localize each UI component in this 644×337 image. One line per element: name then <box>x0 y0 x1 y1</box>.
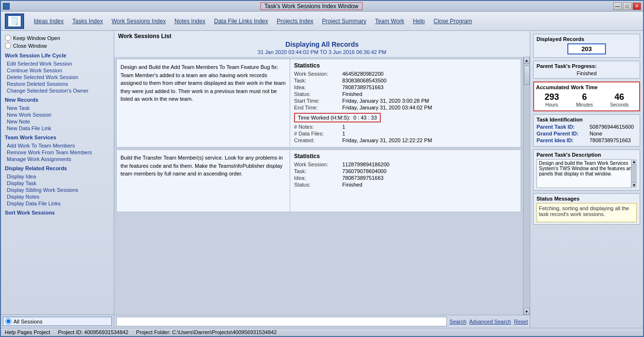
scroll-up-button[interactable]: ▲ <box>523 57 530 64</box>
stats-label-start1: Start Time: <box>294 98 342 104</box>
section-title-display-related: Display Related Records <box>5 165 110 171</box>
parent-progress-section: Parent Task's Progress: Finished <box>533 61 640 79</box>
close-window-radio[interactable] <box>5 42 11 49</box>
record-description-1: Design and Build the Add Team Members To… <box>117 59 290 147</box>
sidebar-change-session-owner[interactable]: Change Selected Session's Owner <box>5 87 110 94</box>
sidebar-scroll: Keep Window Open Close Window Work Sessi… <box>1 31 114 314</box>
stats-label-ws1: Work Session: <box>294 71 342 77</box>
title-bar-controls: — □ ✕ <box>613 2 641 10</box>
sidebar-new-task[interactable]: New Task <box>5 105 110 111</box>
sidebar-new-work-session[interactable]: New Work Session <box>5 111 110 118</box>
menu-help[interactable]: Help <box>409 17 429 26</box>
parent-idea-value: 78087389751663 <box>590 137 631 143</box>
sidebar-display-data-file-links[interactable]: Display Data File Links <box>5 200 110 207</box>
records-area: Design and Build the Add Team Members To… <box>114 57 530 315</box>
grand-parent-value: None <box>590 131 602 136</box>
stats-start-1: Start Time: Friday, January 31, 2020 3:0… <box>294 98 517 104</box>
sidebar-display-task[interactable]: Display Task <box>5 180 110 187</box>
sidebar-manage-work-assignments[interactable]: Manage Work Assignments <box>5 156 110 162</box>
maximize-button[interactable]: □ <box>623 2 631 10</box>
keep-window-open-option[interactable]: Keep Window Open <box>5 35 110 41</box>
app-icon <box>3 3 10 10</box>
minimize-button[interactable]: — <box>613 2 622 10</box>
menu-data-file-links-index[interactable]: Data File Links Index <box>210 17 272 26</box>
status-project-folder: Project Folder: C:\Users\Darren\Projects… <box>136 329 277 335</box>
menu-team-work[interactable]: Team Work <box>371 17 408 26</box>
sidebar-display-idea[interactable]: Display Idea <box>5 173 110 180</box>
close-button[interactable]: ✕ <box>632 2 641 10</box>
sort-all-label: All Sessions <box>13 319 42 324</box>
desc-scroll-up[interactable]: ▲ <box>631 159 637 165</box>
sidebar-display-sibling-work-sessions[interactable]: Display Sibling Work Sessions <box>5 187 110 193</box>
sidebar: Keep Window Open Close Window Work Sessi… <box>1 31 114 328</box>
stats-status-2: Status: Finished <box>294 182 517 188</box>
scroll-track[interactable] <box>523 64 530 308</box>
stats-value-task2: 736079078604000 <box>342 168 387 174</box>
stats-work-session-1: Work Session: 46458280982200 <box>294 71 517 77</box>
reset-button[interactable]: Reset <box>514 319 528 324</box>
sidebar-edit-work-session[interactable]: Edit Selected Work Session <box>5 60 110 67</box>
stats-datafiles-1: # Data Files: 1 <box>294 131 517 136</box>
keep-window-radio[interactable] <box>5 35 11 41</box>
sidebar-delete-work-session[interactable]: Delete Selected Work Session <box>5 74 110 81</box>
sort-all-sessions[interactable]: All Sessions <box>3 317 112 326</box>
stats-value-notes1: 1 <box>342 124 345 130</box>
desc-scrollbar[interactable]: ▲ ▼ <box>631 159 637 188</box>
parent-idea-label: Parent Idea ID: <box>537 137 590 143</box>
sidebar-restore-deleted-sessions[interactable]: Restore Deleted Sessions <box>5 81 110 87</box>
status-bar: Help Pages Project Project ID: 40095693​… <box>1 328 643 336</box>
parent-desc-textarea[interactable] <box>537 159 637 188</box>
stats-value-task1: 830838068543500 <box>342 78 387 83</box>
stats-label-end1: End Time: <box>294 105 342 110</box>
section-title-sort: Sort Work Sessions <box>5 210 110 216</box>
menu-tasks-index[interactable]: Tasks Index <box>68 17 107 26</box>
records-list[interactable]: Design and Build the Add Team Members To… <box>114 57 523 315</box>
menu-ideas-index[interactable]: Ideas Index <box>30 17 67 26</box>
acc-seconds: 46 Seconds <box>610 92 629 108</box>
record-card-2[interactable]: Build the Transfer Team Member(s) servic… <box>116 149 521 212</box>
menu-project-summary[interactable]: Project Summary <box>318 17 370 26</box>
window-options: Keep Window Open Close Window <box>5 35 110 49</box>
search-button[interactable]: Search <box>450 319 467 324</box>
stats-task-2: Task: 736079078604000 <box>294 168 517 174</box>
parent-idea-id-row: Parent Idea ID: 78087389751663 <box>537 137 637 143</box>
status-project-id: Project ID: 40095693​1534842 <box>58 329 128 335</box>
sidebar-new-data-file-link[interactable]: New Data File Link <box>5 125 110 132</box>
menu-close-program[interactable]: Close Program <box>429 17 476 26</box>
close-window-option[interactable]: Close Window <box>5 42 110 49</box>
search-bar: Search Advanced Search Reset <box>114 315 530 328</box>
desc-scroll-down[interactable]: ▼ <box>631 182 637 188</box>
status-messages-value: Fetching, sorting and displaying all the… <box>537 203 637 222</box>
displayed-records-value: 203 <box>567 43 606 54</box>
records-scrollbar[interactable]: ▲ ▼ <box>523 57 530 315</box>
stats-value-end1: Friday, January 31, 2020 03:44:02 PM <box>342 105 432 110</box>
stats-label-status1: Status: <box>294 91 342 97</box>
record-stats-1: Statistics Work Session: 46458280982200 … <box>290 59 521 147</box>
record-card-1[interactable]: Design and Build the Add Team Members To… <box>116 59 521 148</box>
menu-projects-index[interactable]: Projects Index <box>273 17 317 26</box>
sort-all-radio[interactable] <box>5 318 12 324</box>
search-input[interactable] <box>116 317 447 326</box>
stats-label-status2: Status: <box>294 182 342 188</box>
parent-task-id-label: Parent Task ID: <box>537 124 590 130</box>
center-content: Work Sessions List Displaying All Record… <box>114 31 530 328</box>
keep-window-label: Keep Window Open <box>13 35 60 41</box>
sidebar-new-note[interactable]: New Note <box>5 118 110 125</box>
sidebar-continue-work-session[interactable]: Continue Work Session <box>5 67 110 74</box>
section-title-new-records: New Records <box>5 97 110 103</box>
displayed-records-section: Displayed Records 203 <box>533 34 640 58</box>
stats-status-1: Status: Finished <box>294 91 517 97</box>
scroll-thumb[interactable] <box>524 66 530 85</box>
stats-title-1: Statistics <box>294 62 517 69</box>
time-worked-value-1: 0 : 43 : 33 <box>353 115 377 121</box>
sidebar-bottom: All Sessions <box>1 314 114 328</box>
sidebar-add-work-team[interactable]: Add Work To Team Members <box>5 142 110 149</box>
menu-work-sessions-index[interactable]: Work Sessions Index <box>107 17 170 26</box>
sidebar-display-notes[interactable]: Display Notes <box>5 193 110 200</box>
displaying-all-label: Displaying All Records <box>118 40 526 48</box>
menu-notes-index[interactable]: Notes Index <box>171 17 209 26</box>
advanced-search-button[interactable]: Advanced Search <box>469 319 511 324</box>
scroll-down-button[interactable]: ▼ <box>523 308 530 315</box>
acc-seconds-label: Seconds <box>610 102 629 108</box>
sidebar-remove-work-team[interactable]: Remove Work From Team Members <box>5 149 110 156</box>
